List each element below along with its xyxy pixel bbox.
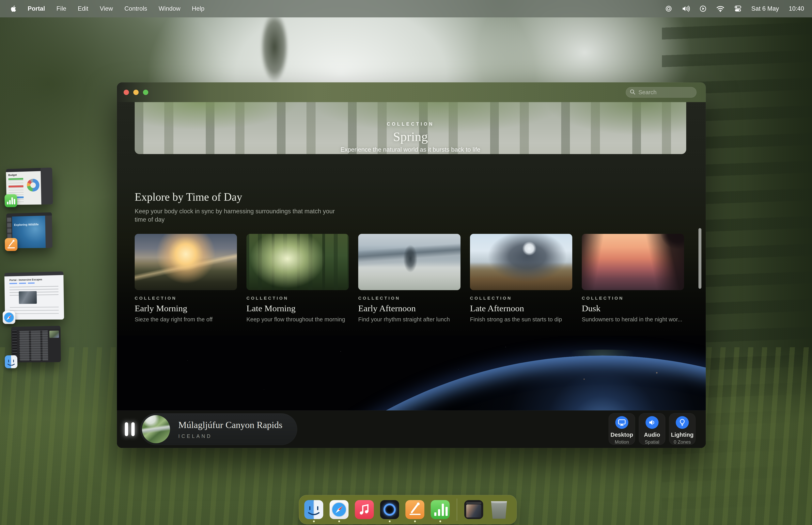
control-label: Lighting xyxy=(671,432,693,438)
control-sublabel: Spatial xyxy=(645,439,659,445)
mini-page-title: Portal - Immersive Escapes xyxy=(10,278,42,282)
card-title: Late Afternoon xyxy=(470,303,572,313)
finder-icon xyxy=(304,500,323,519)
dock-item-numbers[interactable] xyxy=(431,500,450,519)
card-eyebrow: COLLECTION xyxy=(135,296,237,301)
running-indicator xyxy=(439,521,441,522)
menu-time[interactable]: 10:40 xyxy=(789,5,804,12)
now-playing-icon[interactable] xyxy=(700,5,706,12)
card-eyebrow: COLLECTION xyxy=(582,296,684,301)
music-icon xyxy=(355,500,374,519)
dock-item-pages[interactable] xyxy=(405,500,424,519)
card-late-morning[interactable]: COLLECTION Late Morning Keep your flow t… xyxy=(246,234,349,323)
page-text-lines xyxy=(10,307,59,316)
running-indicator xyxy=(389,521,390,522)
card-eyebrow: COLLECTION xyxy=(246,296,349,301)
volume-icon[interactable] xyxy=(682,5,690,12)
scrollbar-thumb[interactable] xyxy=(699,228,701,289)
dock-item-portal[interactable] xyxy=(380,500,399,519)
dock-item-minimized-window[interactable] xyxy=(464,500,483,519)
section-title: Explore by Time of Day xyxy=(135,191,242,203)
menu-item-window[interactable]: Window xyxy=(158,5,180,12)
hero-title: Spring xyxy=(393,129,428,144)
audio-spatial-button[interactable]: Audio Spatial xyxy=(639,413,665,445)
menu-date[interactable]: Sat 6 May xyxy=(751,5,779,12)
minimized-window-pages-wildlife[interactable]: Exploring Wildlife xyxy=(6,212,52,248)
lighting-zones-button[interactable]: Lighting 0 Zones xyxy=(669,413,695,445)
control-sublabel: Motion xyxy=(615,439,629,445)
minimized-window-safari-portal[interactable]: Portal - Immersive Escapes xyxy=(4,271,64,319)
card-title: Dusk xyxy=(582,303,684,313)
menu-app-name[interactable]: Portal xyxy=(28,5,45,12)
menu-item-view[interactable]: View xyxy=(100,5,113,12)
trash-icon xyxy=(490,500,508,519)
menu-item-file[interactable]: File xyxy=(57,5,66,12)
card-subtitle: Sundowners to herald in the night wor... xyxy=(582,316,684,323)
window-toolbar xyxy=(117,82,706,102)
inspector-panel xyxy=(45,215,52,248)
card-eyebrow: COLLECTION xyxy=(358,296,460,301)
card-dusk[interactable]: COLLECTION Dusk Sundowners to herald in … xyxy=(582,234,684,323)
mini-doc-title: Budget xyxy=(8,174,17,177)
minimized-window-finder[interactable] xyxy=(11,326,61,362)
minimized-window-numbers-budget[interactable]: Budget xyxy=(6,167,53,205)
hero-banner-spring[interactable]: COLLECTION Spring Experience the natural… xyxy=(135,102,686,154)
control-sublabel: 0 Zones xyxy=(674,439,691,445)
player-controls: Desktop Motion Audio Spatial Lighting 0 … xyxy=(609,413,695,445)
menu-item-controls[interactable]: Controls xyxy=(124,5,147,12)
lighting-icon xyxy=(676,416,689,429)
card-image-late-afternoon[interactable] xyxy=(470,234,572,290)
card-title: Early Afternoon xyxy=(358,303,460,313)
now-playing-pill[interactable]: Múlagljúfur Canyon Rapids ICELAND xyxy=(140,414,297,445)
table-header-green xyxy=(8,178,23,180)
portal-app-window: COLLECTION Spring Experience the natural… xyxy=(117,82,706,448)
mini-doc-title: Exploring Wildlife xyxy=(14,223,39,227)
card-eyebrow: COLLECTION xyxy=(470,296,572,301)
card-image-dusk[interactable] xyxy=(582,234,684,290)
screen-mirroring-icon[interactable] xyxy=(665,5,672,12)
traffic-lights xyxy=(124,90,148,95)
donut-chart xyxy=(27,179,40,192)
card-early-afternoon[interactable]: COLLECTION Early Afternoon Find your rhy… xyxy=(358,234,460,323)
hero-eyebrow: COLLECTION xyxy=(387,121,434,127)
close-button[interactable] xyxy=(124,90,129,95)
card-late-afternoon[interactable]: COLLECTION Late Afternoon Finish strong … xyxy=(470,234,572,323)
apple-menu-icon[interactable] xyxy=(10,5,16,12)
minimize-button[interactable] xyxy=(133,90,139,95)
portal-icon xyxy=(380,500,399,519)
safari-app-badge-icon xyxy=(3,311,15,324)
control-label: Desktop xyxy=(611,432,633,438)
table-header-red xyxy=(9,185,24,188)
now-playing-location: ICELAND xyxy=(178,433,282,439)
control-label: Audio xyxy=(644,432,660,438)
wifi-icon[interactable] xyxy=(716,5,724,12)
pause-button[interactable] xyxy=(125,421,139,437)
card-image-early-morning[interactable] xyxy=(135,234,237,290)
zoom-button[interactable] xyxy=(143,90,148,95)
card-early-morning[interactable]: COLLECTION Early Morning Sieze the day r… xyxy=(135,234,237,323)
desktop-motion-button[interactable]: Desktop Motion xyxy=(609,413,635,445)
menu-item-help[interactable]: Help xyxy=(192,5,204,12)
numbers-app-badge-icon xyxy=(4,194,17,207)
search-input[interactable] xyxy=(639,89,706,95)
card-image-late-morning[interactable] xyxy=(246,234,349,290)
dock-item-finder[interactable] xyxy=(304,500,323,519)
finder-app-badge-icon xyxy=(5,355,18,369)
pages-icon xyxy=(405,500,424,519)
now-playing-thumbnail xyxy=(142,415,170,443)
collection-cards-row: COLLECTION Early Morning Sieze the day r… xyxy=(135,234,684,323)
card-subtitle: Keep your flow throughout the morning xyxy=(246,316,349,323)
card-title: Late Morning xyxy=(246,303,349,313)
card-image-early-afternoon[interactable] xyxy=(358,234,460,290)
menu-item-edit[interactable]: Edit xyxy=(78,5,88,12)
dock-item-music[interactable] xyxy=(355,500,374,519)
dock xyxy=(299,495,517,524)
dock-item-safari[interactable] xyxy=(330,500,349,519)
card-subtitle: Sieze the day right from the off xyxy=(135,316,237,323)
finder-preview-image xyxy=(49,331,59,338)
pages-app-badge-icon xyxy=(5,238,18,251)
control-center-icon[interactable] xyxy=(734,5,741,12)
minimized-window-icon xyxy=(464,500,483,519)
dock-item-trash[interactable] xyxy=(490,500,508,519)
search-field[interactable] xyxy=(626,87,696,97)
